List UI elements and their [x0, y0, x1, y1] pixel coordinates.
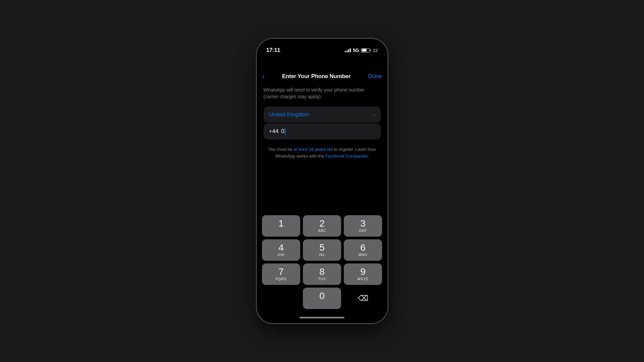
key-8-number: 8 — [319, 267, 325, 277]
key-6[interactable]: 6 MNO — [344, 239, 382, 261]
content-area: WhatsApp will need to verify your phone … — [257, 84, 387, 213]
facebook-link[interactable]: Facebook Companies — [325, 154, 368, 159]
status-icons: 5G 22 — [345, 48, 378, 53]
phone-number-input[interactable]: 0 — [281, 128, 285, 135]
keypad-row-1: 1 2 ABC 3 DEF — [261, 215, 383, 237]
key-6-letters: MNO — [359, 253, 367, 257]
done-button[interactable]: Done — [368, 73, 382, 80]
entered-number: 0 — [281, 128, 284, 135]
key-7[interactable]: 7 PQRS — [262, 263, 300, 285]
key-3-number: 3 — [360, 219, 366, 228]
age-notice-prefix: You must be — [268, 147, 293, 152]
country-selector[interactable]: United Kingdom › — [264, 107, 381, 123]
key-8[interactable]: 8 TUV — [303, 263, 341, 285]
key-0[interactable]: 0 — [303, 288, 341, 309]
key-5-letters: JKL — [319, 253, 325, 257]
signal-bar-2 — [346, 50, 347, 52]
back-button[interactable]: ‹ — [262, 72, 265, 80]
battery-body — [361, 48, 370, 53]
keypad-row-3: 7 PQRS 8 TUV 9 WXYZ — [261, 263, 383, 285]
delete-icon: ⌫ — [358, 294, 368, 303]
key-7-number: 7 — [278, 267, 284, 277]
keypad-row-4: 0 ⌫ — [261, 288, 383, 309]
dynamic-island — [302, 57, 342, 68]
key-4-letters: GHI — [278, 253, 285, 257]
text-cursor — [285, 128, 285, 135]
keypad: 1 2 ABC 3 DEF 4 GHI 5 — [257, 213, 387, 312]
volume-up-button[interactable] — [256, 98, 257, 119]
country-code-label: +44 — [269, 128, 279, 135]
key-delete[interactable]: ⌫ — [344, 288, 382, 309]
signal-bar-1 — [345, 51, 346, 52]
key-7-letters: PQRS — [276, 277, 286, 281]
country-name: United Kingdom — [269, 111, 310, 118]
key-6-number: 6 — [360, 243, 366, 252]
key-9-letters: WXYZ — [358, 277, 369, 281]
keypad-row-2: 4 GHI 5 JKL 6 MNO — [261, 239, 383, 261]
key-8-letters: TUV — [318, 277, 326, 281]
nav-bar: ‹ Enter Your Phone Number Done — [257, 70, 387, 84]
phone-frame: 17:11 5G 22 — [256, 38, 388, 324]
battery-fill — [362, 49, 367, 52]
key-1[interactable]: 1 — [262, 215, 300, 237]
key-3-letters: DEF — [359, 229, 367, 233]
key-1-number: 1 — [278, 219, 284, 228]
home-bar — [300, 317, 344, 318]
key-3[interactable]: 3 DEF — [344, 215, 382, 237]
network-type-label: 5G — [353, 48, 359, 53]
signal-bar-3 — [348, 49, 349, 52]
battery-percentage: 22 — [373, 48, 378, 53]
phone-input-row[interactable]: +44 0 — [264, 123, 381, 139]
age-notice: You must be at least 16 years old to reg… — [264, 146, 381, 159]
key-5[interactable]: 5 JKL — [303, 239, 341, 261]
subtitle-text: WhatsApp will need to verify your phone … — [264, 87, 381, 100]
key-9-number: 9 — [360, 267, 366, 277]
age-link[interactable]: at least 16 years old — [293, 147, 332, 152]
key-2[interactable]: 2 ABC — [303, 215, 341, 237]
battery-tip — [370, 49, 371, 51]
signal-icon — [345, 48, 351, 52]
volume-down-button[interactable] — [256, 124, 257, 146]
key-4[interactable]: 4 GHI — [262, 239, 300, 261]
key-0-number: 0 — [319, 291, 325, 301]
home-indicator[interactable] — [257, 312, 387, 323]
page-title: Enter Your Phone Number — [282, 73, 351, 80]
age-notice-suffix: . — [368, 154, 369, 159]
key-9[interactable]: 9 WXYZ — [344, 263, 382, 285]
power-button[interactable] — [387, 98, 388, 128]
key-2-number: 2 — [319, 219, 325, 228]
key-2-letters: ABC — [318, 229, 326, 233]
chevron-right-icon: › — [374, 112, 375, 117]
signal-bar-4 — [350, 48, 351, 52]
status-bar: 17:11 5G 22 — [257, 39, 387, 57]
status-time: 17:11 — [266, 47, 280, 54]
battery-icon — [361, 48, 371, 53]
key-4-number: 4 — [278, 243, 284, 252]
key-5-number: 5 — [319, 243, 325, 252]
key-empty — [262, 288, 300, 309]
screen: 17:11 5G 22 — [257, 39, 387, 323]
